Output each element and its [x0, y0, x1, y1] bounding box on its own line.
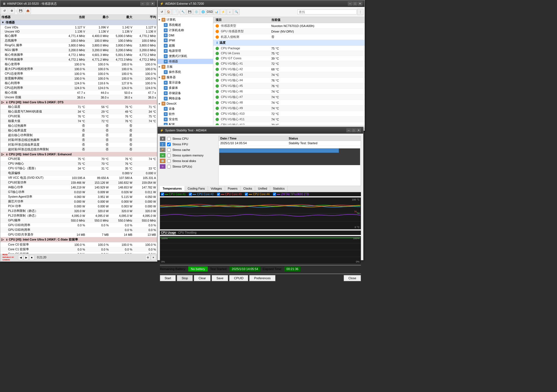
sidebar-item-display[interactable]: ⊞ 显示设备	[158, 80, 213, 85]
aida64-cpu-btn[interactable]: 🔧	[180, 9, 186, 15]
legend-item-core1[interactable]: CPU Core #1	[161, 193, 185, 196]
row-avg: 100.0 %	[133, 72, 157, 76]
aida64-search-icon-btn[interactable]: 🔍	[233, 9, 240, 15]
stress-cpu-checkbox[interactable]	[167, 137, 171, 141]
sidebar-item-security[interactable]: ⊞ 安全性	[158, 117, 213, 122]
legend-core2-checkbox[interactable]	[189, 193, 192, 196]
sidebar-item-computer[interactable]: ▶ ⊞ 计算机	[158, 17, 213, 22]
hwinfo-minimize-btn[interactable]: ─	[140, 2, 145, 6]
stop-btn[interactable]: Stop	[177, 275, 193, 281]
stress-memory-checkbox[interactable]	[167, 154, 171, 157]
usage-tab-cpu[interactable]: CPU Usage	[161, 231, 176, 234]
sidebar-item-dmi[interactable]: ⊞ DMI	[158, 33, 213, 38]
row-avg: 100.0 MHz	[133, 38, 157, 43]
sidebar-item-server[interactable]: ▶ ⊞ 服务器	[158, 75, 213, 80]
aida64-search-input[interactable]	[297, 9, 357, 14]
aida64-net-btn[interactable]: 🌐	[200, 9, 206, 15]
sidebar-item-sensors[interactable]: ⊞ 传感器	[158, 59, 213, 64]
legend-core1-checkbox[interactable]	[161, 193, 164, 196]
sidebar-item-directx[interactable]: ▶ ⊞ DirectX	[158, 101, 213, 106]
hwinfo-reset-btn[interactable]: ↺	[1, 8, 8, 14]
tab-statistics[interactable]: Statistics	[270, 186, 288, 191]
row-max: 5.115 W	[110, 195, 133, 199]
clear-btn[interactable]: Clear	[194, 275, 211, 281]
aida64-osd-btn[interactable]: OSD	[207, 9, 213, 15]
aida64-sensor-btn[interactable]: 📊	[213, 9, 219, 15]
nav-settings2-btn[interactable]: ⚙	[145, 255, 150, 260]
usage-tab-throttling[interactable]: CPU Throttling	[178, 231, 196, 234]
stability-minimize-btn[interactable]: ─	[346, 128, 351, 132]
legend-item-disk[interactable]: ZHITAI TiPro9000 2TB	[273, 193, 309, 196]
aida64-report-btn[interactable]: 📄	[172, 9, 178, 15]
legend-core4-checkbox[interactable]	[245, 193, 248, 196]
row-max: 0.0 %	[110, 247, 133, 252]
legend-item-core3[interactable]: CPU Core #3	[217, 193, 241, 196]
nav-next-btn[interactable]: ▶	[24, 255, 29, 260]
aida64-mem-btn[interactable]: 💾	[187, 9, 193, 15]
aida64-disk-btn[interactable]: 💿	[193, 9, 199, 15]
nav-stop-btn[interactable]: ■	[29, 255, 34, 260]
sidebar-item-power-mgmt[interactable]: ⊞ 电源管理	[158, 48, 213, 53]
aida64-minimize-btn[interactable]: ─	[348, 2, 352, 6]
sidebar-item-ipmi[interactable]: ⊞ IPMI	[158, 38, 213, 43]
stress-fpu-checkbox[interactable]	[167, 143, 171, 146]
cpuid-btn[interactable]: CPUID	[229, 275, 248, 281]
hwinfo-export-btn[interactable]: 📤	[25, 8, 31, 14]
row-current: 100.0 %	[63, 242, 86, 247]
stability-maximize-btn[interactable]: □	[351, 128, 356, 132]
hwinfo-close-btn[interactable]: ✕	[150, 2, 155, 6]
row-avg: 0.000 V	[133, 171, 157, 176]
row-current: 否	[63, 143, 86, 147]
aida64-close-btn[interactable]: ✕	[358, 2, 362, 6]
sidebar-item-devices[interactable]: ⊞ 设备	[158, 106, 213, 111]
legend-item-core2[interactable]: CPU Core #2	[189, 193, 213, 196]
sidebar-item-overclock[interactable]: ⊞ 超频	[158, 43, 213, 48]
tree-icon: ⊞	[164, 33, 168, 37]
temperature-chart: 100 °C 0 °C 74 76	[160, 197, 361, 229]
stress-gpu-checkbox[interactable]	[167, 165, 171, 168]
sidebar-item-network[interactable]: ⊞ 网络设备	[158, 96, 213, 101]
nav-prev-btn[interactable]: ◀	[18, 255, 23, 260]
hwinfo-save-btn[interactable]: 💾	[18, 8, 24, 14]
legend-disk-checkbox[interactable]	[273, 193, 276, 196]
save-btn[interactable]: Save	[212, 275, 228, 281]
tab-voltages[interactable]: Voltages	[208, 186, 225, 191]
sidebar-item-software[interactable]: ⊞ 软件	[158, 111, 213, 117]
sidebar-item-portable[interactable]: ⊞ 便携式计算机	[158, 53, 213, 59]
stress-cache-checkbox[interactable]	[167, 148, 171, 152]
aida64-refresh-btn[interactable]: ↺	[159, 9, 165, 15]
legend-core3-checkbox[interactable]	[217, 193, 220, 196]
row-avg: 4.050 W	[133, 195, 157, 199]
battery-status-btn[interactable]: No battery	[188, 266, 208, 271]
tab-temperatures[interactable]: Temperatures	[160, 186, 185, 191]
sidebar-item-motherboard[interactable]: ▶ ⊞ 主板	[158, 64, 213, 69]
sidebar-item-media[interactable]: ⊞ 多媒体	[158, 85, 213, 90]
sidebar-item-os[interactable]: ⊞ 操作系统	[158, 69, 213, 75]
sidebar-item-overview[interactable]: ⊞ 系统概述	[158, 22, 213, 28]
aida64-stability-btn[interactable]: ⚡	[220, 9, 226, 15]
sidebar-item-storage[interactable]: ⊞ 存储设备	[158, 90, 213, 96]
stress-disk-checkbox[interactable]	[167, 159, 171, 163]
start-btn[interactable]: Start	[160, 275, 176, 281]
tab-clocks[interactable]: Clocks	[241, 186, 255, 191]
table-row: Core C0 驻留率 100.0 % 100.0 % 100.0 % 100.…	[0, 242, 157, 247]
legend-item-core4[interactable]: CPU Core #4	[245, 193, 269, 196]
sidebar-item-config[interactable]: ⊞ 配置	[158, 122, 213, 125]
tab-powers[interactable]: Powers	[225, 186, 241, 191]
nav-close-btn[interactable]: ✕	[151, 255, 156, 260]
aida64-menu-btn[interactable]: ⋮	[357, 9, 363, 15]
aida64-maximize-btn[interactable]: □	[353, 2, 357, 6]
aida64-download-btn[interactable]: ↓	[227, 9, 233, 15]
stability-close-btn2[interactable]: Close	[344, 275, 361, 281]
preferences-btn[interactable]: Preferences	[249, 275, 275, 281]
stability-close-btn[interactable]: ✕	[356, 128, 361, 132]
stability-content: 🖥 Stress CPU ∑ Stress FPU 📦 Stress cache…	[158, 134, 363, 260]
aida64-home-btn[interactable]: 🏠	[165, 9, 172, 15]
hwinfo-settings-btn[interactable]: ⚙	[9, 8, 15, 14]
hwinfo-title: 🖥 HWiNFO64 v8.10-5520 - 传感器状态	[3, 2, 57, 6]
sidebar-item-computer-name[interactable]: ⊞ 计算机名称	[158, 28, 213, 33]
tree-item-label: 存储设备	[169, 91, 181, 95]
tab-cooling-fans[interactable]: Cooling Fans	[185, 186, 208, 191]
tab-unified[interactable]: Unified	[255, 186, 270, 191]
hwinfo-maximize-btn[interactable]: □	[145, 2, 150, 6]
